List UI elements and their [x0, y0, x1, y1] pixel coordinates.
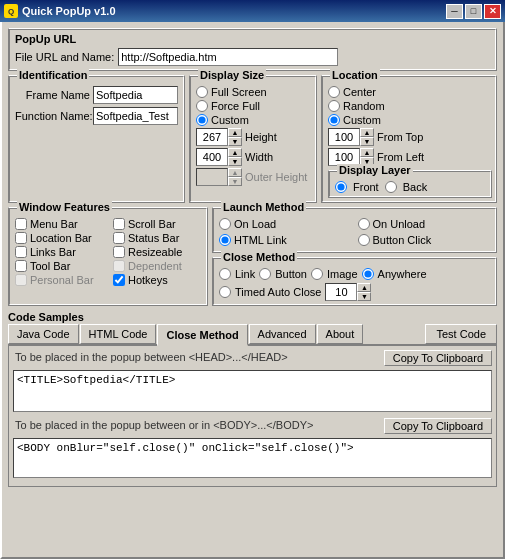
button-radio[interactable] — [259, 268, 271, 280]
display-size-label: Display Size — [198, 69, 266, 81]
dependent-label: Dependent — [128, 260, 182, 272]
frame-name-row: Frame Name — [15, 86, 178, 104]
close-window-button[interactable]: ✕ — [484, 4, 501, 19]
links-bar-label: Links Bar — [30, 246, 76, 258]
minimize-button[interactable]: ─ — [446, 4, 463, 19]
height-spinner: ▲ ▼ — [196, 128, 242, 146]
outer-height-up-button: ▲ — [228, 168, 242, 177]
tool-bar-label: Tool Bar — [30, 260, 70, 272]
location-bar-check[interactable] — [15, 232, 27, 244]
image-radio[interactable] — [311, 268, 323, 280]
close-method-radios: Link Button Image Anywhere — [219, 268, 492, 280]
tab-html-code[interactable]: HTML Code — [80, 324, 157, 344]
display-layer-radios: Front Back — [335, 181, 487, 193]
copy-clipboard-2-button[interactable]: Copy To Clipboard — [384, 418, 492, 434]
personal-bar-label: Personal Bar — [30, 274, 94, 286]
from-top-input[interactable] — [328, 128, 360, 146]
center-radio[interactable] — [328, 86, 340, 98]
head-code-area[interactable]: <TITLE>Softpedia</TITLE> — [13, 370, 492, 412]
hotkeys-check[interactable] — [113, 274, 125, 286]
html-link-label: HTML Link — [234, 234, 287, 246]
custom-display-radio[interactable] — [196, 114, 208, 126]
test-code-button[interactable]: Test Code — [425, 324, 497, 344]
identification-label: Identification — [17, 69, 89, 81]
full-screen-radio[interactable] — [196, 86, 208, 98]
height-input[interactable] — [196, 128, 228, 146]
app-title: Quick PopUp v1.0 — [22, 5, 116, 17]
from-top-up-button[interactable]: ▲ — [360, 128, 374, 137]
on-unload-label: On Unload — [373, 218, 426, 230]
code-samples-content: Copy To Clipboard To be placed in the po… — [8, 346, 497, 487]
timed-up-button[interactable]: ▲ — [357, 283, 371, 292]
on-load-radio[interactable] — [219, 218, 231, 230]
width-up-button[interactable]: ▲ — [228, 148, 242, 157]
timed-input[interactable] — [325, 283, 357, 301]
display-size-group: Display Size Full Screen Force Full Cust… — [189, 75, 317, 203]
tab-close-method[interactable]: Close Method — [157, 324, 247, 346]
status-bar-label: Status Bar — [128, 232, 179, 244]
random-radio[interactable] — [328, 100, 340, 112]
outer-height-spin-buttons: ▲ ▼ — [228, 168, 242, 186]
back-label: Back — [403, 181, 427, 193]
height-up-button[interactable]: ▲ — [228, 128, 242, 137]
body-section: Copy To Clipboard To be placed in the po… — [9, 414, 496, 436]
tool-bar-row: Tool Bar — [15, 260, 105, 272]
link-radio[interactable] — [219, 268, 231, 280]
from-top-spin-buttons: ▲ ▼ — [360, 128, 374, 146]
launch-method-grid: On Load On Unload HTML Link Button Click — [219, 218, 492, 248]
custom-location-label: Custom — [343, 114, 381, 126]
force-full-radio[interactable] — [196, 100, 208, 112]
from-left-label: From Left — [377, 151, 424, 163]
tab-java-code[interactable]: Java Code — [8, 324, 79, 344]
timed-auto-close-radio[interactable] — [219, 286, 231, 298]
scroll-bar-check[interactable] — [113, 218, 125, 230]
copy-clipboard-1-button[interactable]: Copy To Clipboard — [384, 350, 492, 366]
right-col: Launch Method On Load On Unload HTML Lin… — [212, 207, 497, 306]
height-down-button[interactable]: ▼ — [228, 137, 242, 146]
full-screen-row: Full Screen — [196, 86, 312, 98]
front-radio[interactable] — [335, 181, 347, 193]
frame-name-label: Frame Name — [15, 89, 90, 101]
hotkeys-label: Hotkeys — [128, 274, 168, 286]
function-name-input[interactable] — [93, 107, 178, 125]
resizeable-check[interactable] — [113, 246, 125, 258]
menu-bar-check[interactable] — [15, 218, 27, 230]
resizeable-row: Resizeable — [113, 246, 203, 258]
tool-bar-check[interactable] — [15, 260, 27, 272]
width-row: ▲ ▼ Width — [196, 148, 312, 166]
status-bar-row: Status Bar — [113, 232, 203, 244]
button-click-radio[interactable] — [358, 234, 370, 246]
anywhere-radio[interactable] — [362, 268, 374, 280]
tab-advanced[interactable]: Advanced — [249, 324, 316, 344]
width-input[interactable] — [196, 148, 228, 166]
height-spin-buttons: ▲ ▼ — [228, 128, 242, 146]
frame-name-input[interactable] — [93, 86, 178, 104]
html-link-radio[interactable] — [219, 234, 231, 246]
from-top-down-button[interactable]: ▼ — [360, 137, 374, 146]
random-label: Random — [343, 100, 385, 112]
status-bar-check[interactable] — [113, 232, 125, 244]
middle-row: Identification Frame Name Function Name:… — [8, 75, 497, 203]
window-features-label: Window Features — [17, 201, 112, 213]
links-bar-check[interactable] — [15, 246, 27, 258]
custom-display-label: Custom — [211, 114, 249, 126]
from-left-up-button[interactable]: ▲ — [360, 148, 374, 157]
window-features-col1: Menu Bar Location Bar Links Bar Tool Bar — [15, 218, 105, 288]
back-radio[interactable] — [385, 181, 397, 193]
function-name-row: Function Name: — [15, 107, 178, 125]
timed-down-button[interactable]: ▼ — [357, 292, 371, 301]
on-unload-radio[interactable] — [358, 218, 370, 230]
image-label: Image — [327, 268, 358, 280]
from-top-row: ▲ ▼ From Top — [328, 128, 492, 146]
menu-bar-label: Menu Bar — [30, 218, 78, 230]
tab-about[interactable]: About — [317, 324, 364, 344]
timed-auto-close-label: Timed Auto Close — [235, 286, 321, 298]
window-features-col2: Scroll Bar Status Bar Resizeable Depende… — [113, 218, 203, 288]
height-label: Height — [245, 131, 277, 143]
custom-location-radio[interactable] — [328, 114, 340, 126]
width-down-button[interactable]: ▼ — [228, 157, 242, 166]
center-label: Center — [343, 86, 376, 98]
maximize-button[interactable]: □ — [465, 4, 482, 19]
body-code-area[interactable]: <BODY onBlur="self.close()" onClick="sel… — [13, 438, 492, 478]
file-url-input[interactable] — [118, 48, 338, 66]
